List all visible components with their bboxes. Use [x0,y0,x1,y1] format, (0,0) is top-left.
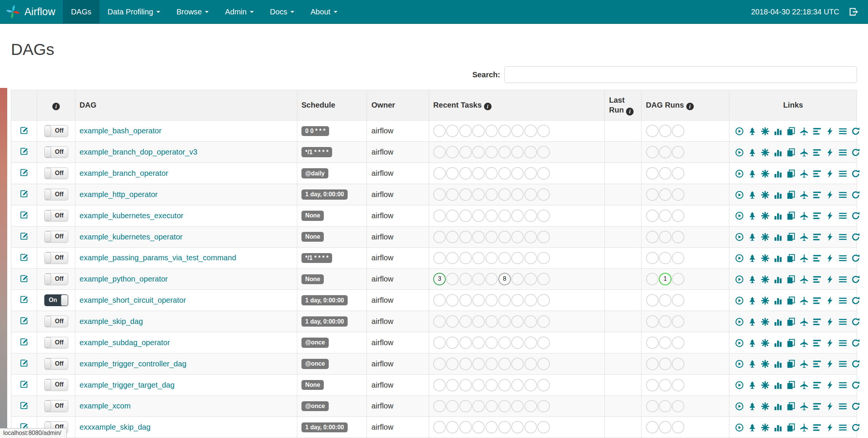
refresh-icon[interactable] [851,191,860,199]
pause-toggle[interactable]: Off [44,167,68,180]
gantt-view-icon[interactable] [813,423,821,432]
tree-view-icon[interactable] [748,275,757,284]
log-icon[interactable] [838,254,847,263]
gantt-view-icon[interactable] [813,275,821,284]
gantt-view-icon[interactable] [813,211,821,220]
graph-view-icon[interactable] [761,191,770,199]
code-view-icon[interactable] [826,381,834,390]
trigger-dag-icon[interactable] [735,169,744,178]
pause-toggle[interactable]: Off [44,358,68,370]
code-view-icon[interactable] [826,423,834,432]
pause-toggle[interactable]: Off [44,316,68,328]
task-tries-icon[interactable] [787,148,795,157]
tree-view-icon[interactable] [748,127,757,136]
task-tries-icon[interactable] [787,211,795,220]
log-icon[interactable] [838,402,847,411]
log-icon[interactable] [838,318,847,326]
log-icon[interactable] [838,381,847,390]
refresh-icon[interactable] [851,275,860,284]
task-duration-icon[interactable] [774,402,782,411]
refresh-icon[interactable] [851,360,860,368]
task-duration-icon[interactable] [774,275,782,284]
code-view-icon[interactable] [826,360,834,368]
graph-view-icon[interactable] [761,360,770,368]
tree-view-icon[interactable] [748,148,757,157]
log-icon[interactable] [838,148,847,157]
edit-dag-button[interactable] [20,189,28,197]
refresh-icon[interactable] [851,423,860,432]
landing-times-icon[interactable] [800,339,809,347]
pause-toggle[interactable]: Off [44,146,68,158]
pause-toggle[interactable]: Off [44,210,68,222]
gantt-view-icon[interactable] [813,169,821,178]
trigger-dag-icon[interactable] [735,423,744,432]
code-view-icon[interactable] [826,296,834,305]
task-duration-icon[interactable] [774,254,782,263]
edit-dag-button[interactable] [20,359,28,367]
task-duration-icon[interactable] [774,148,782,157]
task-duration-icon[interactable] [774,339,782,347]
header-last-run[interactable]: Last Runi [604,90,641,120]
gantt-view-icon[interactable] [813,233,821,241]
log-icon[interactable] [838,169,847,178]
graph-view-icon[interactable] [761,233,770,241]
task-tries-icon[interactable] [787,233,795,241]
pause-toggle[interactable]: Off [44,337,68,349]
task-duration-icon[interactable] [774,169,782,178]
nav-item-dags[interactable]: DAGs [63,0,99,23]
landing-times-icon[interactable] [800,191,809,199]
task-tries-icon[interactable] [787,169,795,178]
nav-item-docs[interactable]: Docs [262,0,302,23]
gantt-view-icon[interactable] [813,191,821,199]
trigger-dag-icon[interactable] [735,296,744,305]
tree-view-icon[interactable] [748,423,757,432]
graph-view-icon[interactable] [761,127,770,136]
tree-view-icon[interactable] [748,360,757,368]
trigger-dag-icon[interactable] [735,254,744,263]
graph-view-icon[interactable] [761,296,770,305]
landing-times-icon[interactable] [800,169,809,178]
header-schedule[interactable]: Schedule [297,90,367,120]
dag-link[interactable]: example_trigger_target_dag [80,381,175,389]
refresh-icon[interactable] [851,339,860,347]
pause-toggle[interactable]: On [44,294,68,307]
task-duration-icon[interactable] [774,191,782,199]
log-icon[interactable] [838,127,847,136]
gantt-view-icon[interactable] [813,339,821,347]
trigger-dag-icon[interactable] [735,318,744,326]
header-dag[interactable]: DAG [75,90,297,120]
pause-toggle[interactable]: Off [44,252,68,264]
refresh-icon[interactable] [851,254,860,263]
task-tries-icon[interactable] [787,318,795,326]
trigger-dag-icon[interactable] [735,233,744,241]
code-view-icon[interactable] [826,275,834,284]
gantt-view-icon[interactable] [813,318,821,326]
refresh-icon[interactable] [851,296,860,305]
task-duration-icon[interactable] [774,381,782,390]
edit-dag-button[interactable] [20,316,28,324]
tree-view-icon[interactable] [748,254,757,263]
edit-dag-button[interactable] [20,253,28,261]
tree-view-icon[interactable] [748,339,757,347]
nav-item-admin[interactable]: Admin [217,0,262,23]
graph-view-icon[interactable] [761,402,770,411]
landing-times-icon[interactable] [800,402,809,411]
landing-times-icon[interactable] [800,318,809,326]
landing-times-icon[interactable] [800,381,809,390]
logout-button[interactable] [849,7,858,16]
trigger-dag-icon[interactable] [735,339,744,347]
gantt-view-icon[interactable] [813,148,821,157]
task-tries-icon[interactable] [787,127,795,136]
graph-view-icon[interactable] [761,254,770,263]
dag-link[interactable]: example_bash_operator [80,127,161,135]
landing-times-icon[interactable] [800,296,809,305]
task-tries-icon[interactable] [787,402,795,411]
edit-dag-button[interactable] [20,380,28,388]
graph-view-icon[interactable] [761,318,770,326]
landing-times-icon[interactable] [800,254,809,263]
edit-dag-button[interactable] [20,401,28,409]
trigger-dag-icon[interactable] [735,211,744,220]
refresh-icon[interactable] [851,148,860,157]
task-duration-icon[interactable] [774,127,782,136]
tree-view-icon[interactable] [748,381,757,390]
